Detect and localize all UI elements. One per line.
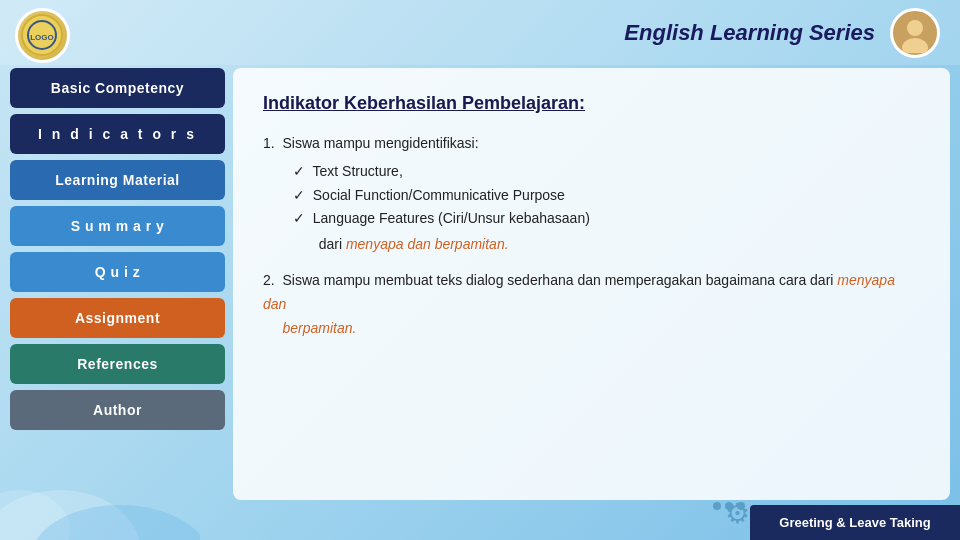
- point1-end: dari menyapa dan berpamitan.: [307, 233, 920, 257]
- footer-bar: Greeting & Leave Taking: [750, 505, 960, 540]
- content-body: 1. Siswa mampu mengidentifikasi: ✓ Text …: [263, 132, 920, 340]
- header-title: English Learning Series: [624, 20, 875, 46]
- point2-highlight: menyapa dan berpamitan.: [263, 272, 895, 336]
- footer-label: Greeting & Leave Taking: [779, 515, 930, 530]
- point1-sub2: ✓ Social Function/Communicative Purpose: [293, 184, 920, 208]
- dot-2: [725, 502, 733, 510]
- sidebar-item-assignment[interactable]: Assignment: [10, 298, 225, 338]
- sidebar-item-author[interactable]: Author: [10, 390, 225, 430]
- content-title: Indikator Keberhasilan Pembelajaran:: [263, 93, 920, 114]
- deco-dots: [713, 502, 745, 510]
- point-1: 1. Siswa mampu mengidentifikasi: ✓ Text …: [263, 132, 920, 257]
- dot-3: [737, 502, 745, 510]
- svg-point-7: [907, 20, 923, 36]
- sidebar-item-basic-competency[interactable]: Basic Competency: [10, 68, 225, 108]
- main-layout: Basic Competency I n d i c a t o r s Lea…: [10, 68, 950, 500]
- content-area: Indikator Keberhasilan Pembelajaran: 1. …: [233, 68, 950, 500]
- avatar: [890, 8, 940, 58]
- point1-intro: 1. Siswa mampu mengidentifikasi:: [263, 135, 479, 151]
- point1-sub1: ✓ Text Structure,: [293, 160, 920, 184]
- sidebar-item-references[interactable]: References: [10, 344, 225, 384]
- point2-text: 2. Siswa mampu membuat teks dialog seder…: [263, 272, 895, 336]
- sidebar-item-learning-material[interactable]: Learning Material: [10, 160, 225, 200]
- point1-sub3: ✓ Language Features (Ciri/Unsur kebahasa…: [293, 207, 920, 231]
- sidebar-item-indicators[interactable]: I n d i c a t o r s: [10, 114, 225, 154]
- point1-highlight: menyapa dan berpamitan.: [346, 236, 509, 252]
- dot-1: [713, 502, 721, 510]
- header: English Learning Series: [0, 0, 960, 65]
- sidebar-item-summary[interactable]: S u m m a r y: [10, 206, 225, 246]
- sidebar: Basic Competency I n d i c a t o r s Lea…: [10, 68, 225, 500]
- point-2: 2. Siswa mampu membuat teks dialog seder…: [263, 269, 920, 340]
- sidebar-item-quiz[interactable]: Q u i z: [10, 252, 225, 292]
